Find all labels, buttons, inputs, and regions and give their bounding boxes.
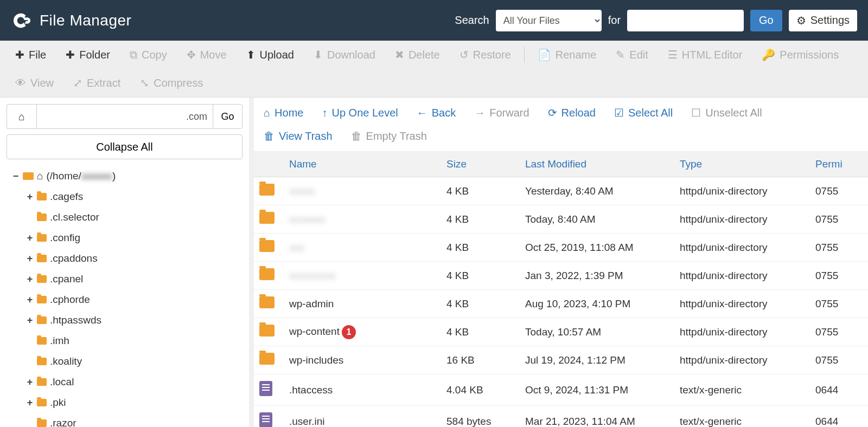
col-modified[interactable]: Last Modified (520, 152, 674, 177)
tree-item[interactable]: +.pki (7, 392, 242, 413)
tree-item[interactable]: +.cagefs (7, 186, 242, 207)
nav-select-all[interactable]: ☑Select All (612, 103, 675, 122)
col-size[interactable]: Size (441, 152, 520, 177)
nav-empty-trash[interactable]: 🗑Empty Trash (349, 127, 429, 146)
expand-icon[interactable]: + (26, 372, 34, 392)
folder-icon (259, 240, 275, 252)
col-name[interactable]: Name (284, 152, 441, 177)
file-type: text/x-generic (674, 378, 810, 403)
folder-icon (37, 337, 47, 345)
tree-item[interactable]: .koality (7, 351, 242, 372)
copy-icon: ⧉ (130, 49, 137, 61)
file-permissions: 0644 (810, 409, 848, 428)
table-row[interactable]: wp-content1 4 KB Today, 10:57 AM httpd/u… (254, 318, 868, 346)
move-button[interactable]: ✥Move (177, 41, 237, 69)
path-go-button[interactable]: Go (213, 104, 242, 129)
file-name: .htaccess (289, 384, 333, 396)
tree-item[interactable]: +.cpanel (7, 269, 242, 289)
home-icon: ⌂ (18, 111, 25, 123)
permissions-label: Permissions (780, 49, 839, 61)
download-button[interactable]: ⬇Download (304, 41, 385, 69)
tree-root[interactable]: − ⌂ (/home/xxxxxx) (7, 166, 242, 186)
rename-button[interactable]: 📄Rename (528, 41, 607, 69)
folder-icon (37, 316, 47, 324)
upload-button[interactable]: ⬆Upload (237, 41, 304, 69)
expand-icon[interactable]: + (26, 290, 34, 309)
html-editor-button[interactable]: ☰HTML Editor (658, 41, 752, 69)
restore-button[interactable]: ↺Restore (450, 41, 521, 69)
expand-icon[interactable]: + (26, 269, 34, 289)
tree-item[interactable]: .imh (7, 331, 242, 351)
table-row[interactable]: wp-includes 16 KB Jul 19, 2024, 1:12 PM … (254, 346, 868, 374)
plus-icon: ✚ (66, 48, 75, 61)
reload-icon: ⟳ (548, 106, 557, 119)
table-row[interactable]: xxxxxxxxx 4 KB Jan 3, 2022, 1:39 PM http… (254, 262, 868, 290)
tree-item[interactable]: +.cpaddons (7, 248, 242, 269)
copy-button[interactable]: ⧉Copy (120, 41, 177, 69)
extract-button[interactable]: ⤢Extract (63, 69, 130, 97)
checkbox-icon: ☐ (691, 106, 701, 119)
app-logo: File Manager (11, 10, 131, 31)
nav-unselect-all-label: Unselect All (705, 107, 762, 119)
collapse-icon[interactable]: − (12, 166, 20, 186)
tree-item[interactable]: .razor (7, 413, 242, 427)
file-size: 16 KB (441, 348, 520, 373)
extract-label: Extract (87, 77, 120, 89)
search-input[interactable] (627, 10, 744, 31)
file-navbar: ⌂Home ↑Up One Level ←Back →Forward ⟳Relo… (254, 98, 868, 152)
tree-item[interactable]: +.config (7, 228, 242, 248)
nav-unselect-all[interactable]: ☐Unselect All (689, 103, 764, 122)
file-name: .user.ini (289, 416, 324, 427)
file-size: 4 KB (441, 320, 520, 345)
nav-forward[interactable]: →Forward (472, 103, 531, 122)
compress-button[interactable]: ⤡Compress (130, 69, 213, 97)
home-path-button[interactable]: ⌂ (7, 104, 36, 129)
table-row[interactable]: wp-admin 4 KB Aug 10, 2023, 4:10 PM http… (254, 290, 868, 318)
up-icon: ↑ (322, 107, 327, 119)
expand-icon[interactable]: + (26, 249, 34, 268)
expand-icon[interactable]: + (26, 393, 34, 412)
expand-icon[interactable]: + (26, 187, 34, 206)
tree-item[interactable]: +.local (7, 372, 242, 392)
col-type[interactable]: Type (674, 152, 810, 177)
upload-label: Upload (260, 49, 294, 61)
table-row[interactable]: .htaccess 4.04 KB Oct 9, 2024, 11:31 PM … (254, 374, 868, 406)
nav-home[interactable]: ⌂Home (261, 103, 305, 122)
nav-view-trash[interactable]: 🗑View Trash (261, 127, 335, 146)
col-permissions[interactable]: Permi (810, 152, 848, 177)
file-name: wp-admin (289, 298, 334, 309)
delete-button[interactable]: ✖Delete (385, 41, 450, 69)
new-file-button[interactable]: ✚File (5, 41, 56, 69)
table-row[interactable]: xxx 4 KB Oct 25, 2019, 11:08 AM httpd/un… (254, 234, 868, 262)
search-scope-select[interactable]: All Your Files (496, 10, 602, 31)
path-input[interactable] (36, 104, 213, 129)
collapse-all-button[interactable]: Collapse All (7, 134, 242, 159)
upload-icon: ⬆ (246, 48, 256, 61)
tree-item[interactable]: +.htpasswds (7, 310, 242, 331)
permissions-button[interactable]: 🔑Permissions (752, 41, 848, 69)
search-go-button[interactable]: Go (750, 10, 782, 31)
compress-icon: ⤡ (140, 76, 149, 89)
expand-icon[interactable]: + (26, 228, 34, 248)
edit-button[interactable]: ✎Edit (606, 41, 658, 69)
file-modified: Jan 3, 2022, 1:39 PM (520, 263, 674, 288)
table-row[interactable]: xxxxx 4 KB Yesterday, 8:40 AM httpd/unix… (254, 177, 868, 205)
table-row[interactable]: xxxxxxx 4 KB Today, 8:40 AM httpd/unix-d… (254, 205, 868, 234)
settings-button[interactable]: ⚙ Settings (789, 10, 857, 31)
tree-item[interactable]: .cl.selector (7, 207, 242, 228)
nav-back[interactable]: ←Back (414, 103, 458, 122)
file-modified: Yesterday, 8:40 AM (520, 179, 674, 204)
expand-icon[interactable]: + (26, 310, 34, 330)
tree-item[interactable]: +.cphorde (7, 289, 242, 310)
file-name: wp-includes (289, 354, 343, 366)
file-type: text/x-generic (674, 409, 810, 428)
view-button[interactable]: 👁View (5, 69, 63, 97)
nav-reload-label: Reload (561, 107, 596, 119)
table-row[interactable]: .user.ini 584 bytes Mar 21, 2023, 11:04 … (254, 406, 868, 427)
file-modified: Today, 8:40 AM (520, 207, 674, 232)
nav-up[interactable]: ↑Up One Level (320, 103, 400, 122)
forward-icon: → (474, 107, 485, 119)
nav-reload[interactable]: ⟳Reload (546, 103, 598, 122)
new-folder-button[interactable]: ✚Folder (56, 41, 120, 69)
tree-item-label: .koality (50, 351, 82, 372)
